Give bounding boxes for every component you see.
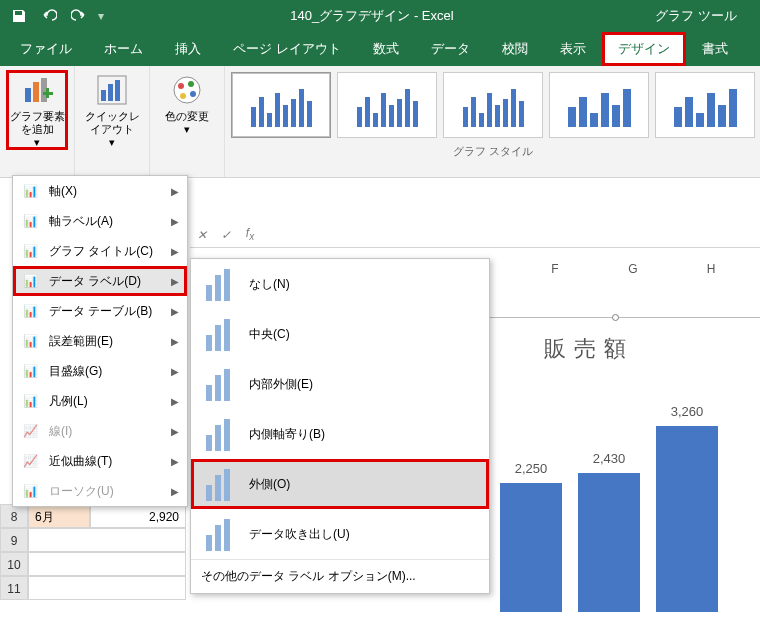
tab-design[interactable]: デザイン xyxy=(602,32,686,66)
tab-insert[interactable]: 挿入 xyxy=(159,32,217,66)
svg-rect-0 xyxy=(25,88,31,102)
center-icon xyxy=(201,317,235,351)
svg-point-9 xyxy=(174,77,200,103)
chart-bar[interactable]: 2,250 xyxy=(500,483,562,612)
svg-rect-1 xyxy=(33,82,39,102)
tab-view[interactable]: 表示 xyxy=(544,32,602,66)
add-chart-element-button[interactable]: グラフ要素を追加 ▾ xyxy=(6,70,68,150)
chart-style-5[interactable] xyxy=(655,72,755,138)
tab-page-layout[interactable]: ページ レイアウト xyxy=(217,32,357,66)
svg-rect-8 xyxy=(115,80,120,101)
axes-icon: 📊 xyxy=(21,182,39,200)
worksheet-row-8[interactable]: 8 6月 2,920 xyxy=(0,504,186,528)
tab-review[interactable]: 校閲 xyxy=(486,32,544,66)
contextual-tool-tab: グラフ ツール xyxy=(632,7,760,25)
svg-point-13 xyxy=(180,93,186,99)
submenu-center[interactable]: 中央(C) xyxy=(191,309,489,359)
svg-rect-4 xyxy=(46,88,49,98)
tab-formulas[interactable]: 数式 xyxy=(357,32,415,66)
enter-icon[interactable]: ✓ xyxy=(214,228,238,242)
callout-icon xyxy=(201,517,235,551)
updown-bars-icon: 📊 xyxy=(21,482,39,500)
lines-icon: 📈 xyxy=(21,422,39,440)
quick-layout-button[interactable]: クイックレイアウト ▾ xyxy=(81,70,143,150)
menu-legend[interactable]: 📊凡例(L)▶ xyxy=(13,386,187,416)
legend-icon: 📊 xyxy=(21,392,39,410)
svg-point-10 xyxy=(178,83,184,89)
data-table-icon: 📊 xyxy=(21,302,39,320)
axis-titles-icon: 📊 xyxy=(21,212,39,230)
chart-style-1[interactable] xyxy=(231,72,331,138)
chart-style-4[interactable] xyxy=(549,72,649,138)
submenu-data-callout[interactable]: データ吹き出し(U) xyxy=(191,509,489,559)
menu-lines: 📈線(I)▶ xyxy=(13,416,187,446)
chart-bar[interactable]: 3,260 xyxy=(656,426,718,612)
tab-format[interactable]: 書式 xyxy=(686,32,744,66)
chart-style-2[interactable] xyxy=(337,72,437,138)
svg-rect-6 xyxy=(101,90,106,101)
tab-file[interactable]: ファイル xyxy=(4,32,88,66)
data-label: 3,260 xyxy=(656,404,718,419)
inside-end-icon xyxy=(201,367,235,401)
menu-error-bars[interactable]: 📊誤差範囲(E)▶ xyxy=(13,326,187,356)
svg-rect-7 xyxy=(108,84,113,101)
menu-gridlines[interactable]: 📊目盛線(G)▶ xyxy=(13,356,187,386)
submenu-none[interactable]: なし(N) xyxy=(191,259,489,309)
add-chart-element-menu: 📊軸(X)▶ 📊軸ラベル(A)▶ 📊グラフ タイトル(C)▶ 📊データ ラベル(… xyxy=(12,175,188,507)
menu-trendline[interactable]: 📈近似曲線(T)▶ xyxy=(13,446,187,476)
chart-selection-handle[interactable] xyxy=(612,314,619,321)
data-labels-submenu: なし(N) 中央(C) 内部外側(E) 内側軸寄り(B) 外側(O) データ吹き… xyxy=(190,258,490,594)
quick-layout-icon xyxy=(96,74,128,106)
svg-point-12 xyxy=(190,91,196,97)
error-bars-icon: 📊 xyxy=(21,332,39,350)
chart-preview[interactable]: 販売額 2,2502,4303,260 xyxy=(500,280,750,612)
chart-styles-label: グラフ スタイル xyxy=(225,144,760,163)
column-headers: F G H xyxy=(516,262,750,276)
change-colors-button[interactable]: 色の変更 ▾ xyxy=(156,70,218,136)
menu-updown-bars: 📊ローソク(U)▶ xyxy=(13,476,187,506)
chart-style-3[interactable] xyxy=(443,72,543,138)
none-icon xyxy=(201,267,235,301)
tab-home[interactable]: ホーム xyxy=(88,32,159,66)
outside-end-icon xyxy=(201,467,235,501)
submenu-inside-base[interactable]: 内側軸寄り(B) xyxy=(191,409,489,459)
chart-bar[interactable]: 2,430 xyxy=(578,473,640,612)
submenu-inside-end[interactable]: 内部外側(E) xyxy=(191,359,489,409)
add-chart-element-icon xyxy=(21,74,53,106)
data-label: 2,430 xyxy=(578,451,640,466)
undo-icon[interactable] xyxy=(38,5,60,27)
gridlines-icon: 📊 xyxy=(21,362,39,380)
window-title: 140_グラフデザイン - Excel xyxy=(112,7,632,25)
data-labels-icon: 📊 xyxy=(21,272,39,290)
chart-title-icon: 📊 xyxy=(21,242,39,260)
change-colors-icon xyxy=(171,74,203,106)
cell-month[interactable]: 6月 xyxy=(28,504,90,528)
menu-axes[interactable]: 📊軸(X)▶ xyxy=(13,176,187,206)
menu-chart-title[interactable]: 📊グラフ タイトル(C)▶ xyxy=(13,236,187,266)
redo-icon[interactable] xyxy=(68,5,90,27)
fx-icon[interactable]: fx xyxy=(238,226,262,242)
menu-data-labels[interactable]: 📊データ ラベル(D)▶ xyxy=(13,266,187,296)
svg-point-11 xyxy=(188,81,194,87)
inside-base-icon xyxy=(201,417,235,451)
data-label: 2,250 xyxy=(500,461,562,476)
submenu-outside-end[interactable]: 外側(O) xyxy=(191,459,489,509)
ribbon-tabs: ファイル ホーム 挿入 ページ レイアウト 数式 データ 校閲 表示 デザイン … xyxy=(0,32,760,66)
menu-data-table[interactable]: 📊データ テーブル(B)▶ xyxy=(13,296,187,326)
formula-bar: ✕ ✓ fx xyxy=(190,222,760,248)
save-icon[interactable] xyxy=(8,5,30,27)
menu-axis-titles[interactable]: 📊軸ラベル(A)▶ xyxy=(13,206,187,236)
tab-data[interactable]: データ xyxy=(415,32,486,66)
cell-value[interactable]: 2,920 xyxy=(90,504,186,528)
chart-styles-gallery[interactable] xyxy=(225,66,760,144)
trendline-icon: 📈 xyxy=(21,452,39,470)
chart-title-text[interactable]: 販売額 xyxy=(544,334,634,364)
submenu-more-options[interactable]: その他のデータ ラベル オプション(M)... xyxy=(191,559,489,593)
cancel-icon[interactable]: ✕ xyxy=(190,228,214,242)
